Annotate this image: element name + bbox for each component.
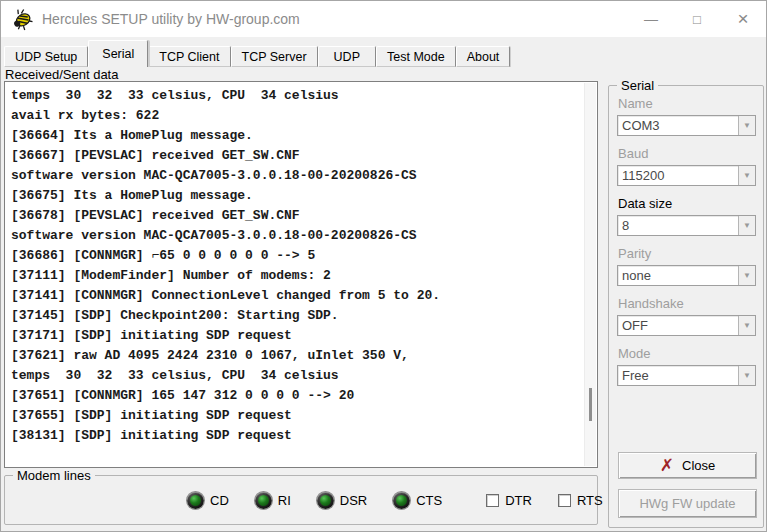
chevron-down-icon: ▼	[743, 222, 751, 230]
name-label: Name	[618, 96, 653, 111]
dsr-indicator: DSR	[317, 492, 367, 509]
handshake-dropdown-button[interactable]: ▼	[738, 316, 755, 335]
data-size-select[interactable]: 8 ▼	[617, 215, 756, 236]
terminal-line: [37651] [CONNMGR] 165 147 312 0 0 0 0 --…	[11, 386, 581, 406]
dsr-led-icon	[317, 492, 334, 509]
baud-label: Baud	[618, 146, 648, 161]
fw-update-button-label: HWg FW update	[639, 496, 735, 511]
received-sent-data-area[interactable]: temps 30 32 33 celsius, CPU 34 celsiusav…	[4, 81, 598, 468]
baud-dropdown-button[interactable]: ▼	[738, 166, 755, 185]
serial-legend: Serial	[617, 78, 658, 93]
tab-bar: UDP Setup Serial TCP Client TCP Server U…	[4, 40, 510, 67]
maximize-icon: □	[693, 12, 701, 27]
vertical-scrollbar[interactable]	[584, 83, 596, 466]
terminal-line: [37171] [SDP] initiating SDP request	[11, 326, 581, 346]
field-mode: Mode Free ▼	[617, 346, 756, 396]
red-x-icon: ✗	[660, 457, 674, 474]
ri-label: RI	[278, 493, 291, 508]
terminal-line: [37621] raw AD 4095 2424 2310 0 1067, uI…	[11, 346, 581, 366]
terminal-line: software version MAC-QCA7005-3.0.0.18-00…	[11, 226, 581, 246]
data-size-label: Data size	[618, 196, 672, 211]
main-area: UDP Setup Serial TCP Client TCP Server U…	[1, 37, 766, 531]
data-size-dropdown-button[interactable]: ▼	[738, 216, 755, 235]
parity-value: none	[618, 268, 738, 283]
minimize-button[interactable]: —	[628, 1, 674, 37]
terminal-line: temps 30 32 33 celsius, CPU 34 celsius	[11, 86, 581, 106]
minimize-icon: —	[644, 11, 658, 27]
terminal-line: temps 30 32 33 celsius, CPU 34 celsius	[11, 366, 581, 386]
terminal-text: temps 30 32 33 celsius, CPU 34 celsiusav…	[11, 86, 581, 465]
mode-dropdown-button[interactable]: ▼	[738, 366, 755, 385]
ri-led-icon	[255, 492, 272, 509]
mode-label: Mode	[618, 346, 651, 361]
terminal-line: software version MAC-QCA7005-3.0.0.18-00…	[11, 166, 581, 186]
parity-dropdown-button[interactable]: ▼	[738, 266, 755, 285]
terminal-line: [36686] [CONNMGR] ⌐65 0 0 0 0 0 0 --> 5	[11, 246, 581, 266]
terminal-line: [37141] [CONNMGR] ConnectionLevel change…	[11, 286, 581, 306]
field-data-size: Data size 8 ▼	[617, 196, 756, 246]
tab-udp[interactable]: UDP	[318, 46, 376, 67]
baud-select[interactable]: 115200 ▼	[617, 165, 756, 186]
handshake-select[interactable]: OFF ▼	[617, 315, 756, 336]
dtr-label: DTR	[505, 493, 532, 508]
terminal-line: [37111] [ModemFinder] Number of modems: …	[11, 266, 581, 286]
chevron-down-icon: ▼	[743, 172, 751, 180]
field-parity: Parity none ▼	[617, 246, 756, 296]
field-baud: Baud 115200 ▼	[617, 146, 756, 196]
name-dropdown-button[interactable]: ▼	[738, 116, 755, 135]
terminal-line: [36664] Its a HomePlug message.	[11, 126, 581, 146]
hercules-beetle-icon	[10, 7, 34, 31]
cts-indicator: CTS	[393, 492, 442, 509]
handshake-label: Handshake	[618, 296, 684, 311]
chevron-down-icon: ▼	[743, 372, 751, 380]
terminal-line: [38131] [SDP] initiating SDP request	[11, 426, 581, 446]
window-title: Hercules SETUP utility by HW-group.com	[42, 11, 300, 27]
parity-select[interactable]: none ▼	[617, 265, 756, 286]
chevron-down-icon: ▼	[743, 272, 751, 280]
chevron-down-icon: ▼	[743, 322, 751, 330]
name-value: COM3	[618, 118, 738, 133]
scrollbar-thumb[interactable]	[589, 388, 592, 421]
window-close-button[interactable]: ×	[720, 1, 766, 37]
name-select[interactable]: COM3 ▼	[617, 115, 756, 136]
tab-serial[interactable]: Serial	[88, 40, 148, 67]
cts-label: CTS	[416, 493, 442, 508]
ri-indicator: RI	[255, 492, 291, 509]
mode-select[interactable]: Free ▼	[617, 365, 756, 386]
tab-about[interactable]: About	[456, 46, 511, 67]
rts-label: RTS	[577, 493, 603, 508]
terminal-line: avail rx bytes: 622	[11, 106, 581, 126]
terminal-line: [37655] [SDP] initiating SDP request	[11, 406, 581, 426]
modem-lines-legend: Modem lines	[13, 468, 95, 483]
tab-tcp-client[interactable]: TCP Client	[148, 46, 230, 67]
window-controls: — □ ×	[628, 1, 766, 37]
cd-label: CD	[210, 493, 229, 508]
serial-settings-group: Serial Name COM3 ▼ Baud 115200 ▼	[608, 85, 764, 528]
dtr-checkbox-group: DTR	[486, 493, 532, 508]
terminal-line: [37145] [SDP] Checkpoint200: Starting SD…	[11, 306, 581, 326]
app-window: Hercules SETUP utility by HW-group.com —…	[0, 0, 767, 532]
dtr-checkbox[interactable]	[486, 494, 499, 507]
dsr-label: DSR	[340, 493, 367, 508]
cts-led-icon	[393, 492, 410, 509]
terminal-line: [36667] [PEVSLAC] received GET_SW.CNF	[11, 146, 581, 166]
modem-lines-row: CD RI DSR CTS DTR	[187, 476, 591, 524]
handshake-value: OFF	[618, 318, 738, 333]
hwg-fw-update-button[interactable]: HWg FW update	[618, 489, 757, 518]
mode-value: Free	[618, 368, 738, 383]
tab-tcp-server[interactable]: TCP Server	[231, 46, 318, 67]
field-handshake: Handshake OFF ▼	[617, 296, 756, 346]
titlebar: Hercules SETUP utility by HW-group.com —…	[1, 1, 766, 37]
tab-test-mode[interactable]: Test Mode	[376, 46, 456, 67]
cd-led-icon	[187, 492, 204, 509]
baud-value: 115200	[618, 168, 738, 183]
close-button[interactable]: ✗ Close	[618, 452, 757, 479]
rts-checkbox[interactable]	[558, 494, 571, 507]
received-sent-data-label: Received/Sent data	[5, 67, 118, 82]
parity-label: Parity	[618, 246, 651, 261]
rts-checkbox-group: RTS	[558, 493, 603, 508]
modem-lines-group: Modem lines CD RI DSR CTS	[4, 475, 598, 525]
terminal-line: [36675] Its a HomePlug message.	[11, 186, 581, 206]
maximize-button[interactable]: □	[674, 1, 720, 37]
tab-udp-setup[interactable]: UDP Setup	[4, 46, 88, 67]
